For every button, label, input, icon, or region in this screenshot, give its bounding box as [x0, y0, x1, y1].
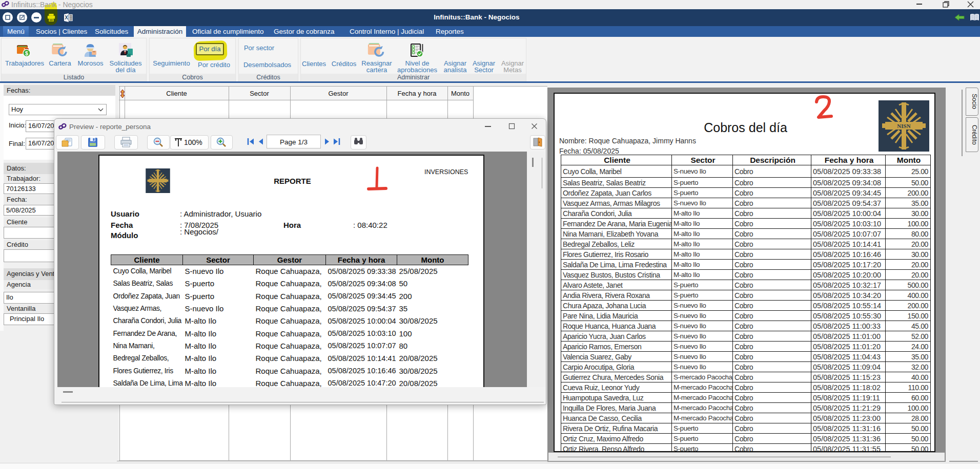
- svg-text:$: $: [25, 50, 28, 56]
